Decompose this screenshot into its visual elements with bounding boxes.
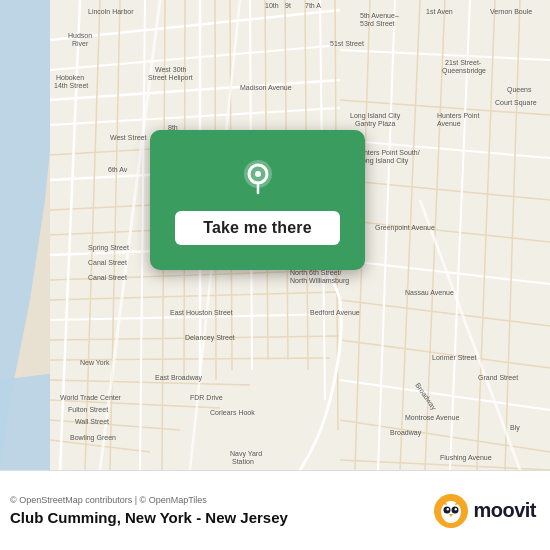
svg-text:Long Island City: Long Island City — [358, 157, 409, 165]
svg-text:Hudson: Hudson — [68, 32, 92, 39]
map-attribution: © OpenStreetMap contributors | © OpenMap… — [10, 495, 288, 505]
venue-name: Club Cumming, New York - New Jersey — [10, 509, 288, 526]
svg-text:Gantry Plaza: Gantry Plaza — [355, 120, 396, 128]
svg-text:North Williamsburg: North Williamsburg — [290, 277, 349, 285]
svg-text:Flushing Avenue: Flushing Avenue — [440, 454, 492, 462]
svg-text:Corlears Hook: Corlears Hook — [210, 409, 255, 416]
svg-text:Spring Street: Spring Street — [88, 244, 129, 252]
svg-text:Wall Street: Wall Street — [75, 418, 109, 425]
svg-text:Lincoln Harbor: Lincoln Harbor — [88, 8, 134, 15]
svg-text:5th Avenue–: 5th Avenue– — [360, 12, 399, 19]
svg-text:Hunters Point: Hunters Point — [437, 112, 479, 119]
svg-text:New York: New York — [80, 359, 110, 366]
navigation-card[interactable]: Take me there — [150, 130, 365, 270]
svg-text:9t: 9t — [285, 2, 291, 9]
svg-text:Bowling Green: Bowling Green — [70, 434, 116, 442]
svg-text:6th Av: 6th Av — [108, 166, 128, 173]
svg-text:Greenpoint Avenue: Greenpoint Avenue — [375, 224, 435, 232]
svg-text:Street Heliport: Street Heliport — [148, 74, 193, 82]
svg-text:21st Street-: 21st Street- — [445, 59, 482, 66]
moovit-text: moovit — [473, 499, 536, 522]
moovit-icon — [434, 494, 468, 528]
svg-text:Lorimer Street: Lorimer Street — [432, 354, 476, 361]
svg-text:Fulton Street: Fulton Street — [68, 406, 108, 413]
svg-text:Court Square: Court Square — [495, 99, 537, 107]
svg-point-122 — [455, 508, 457, 510]
svg-text:Hoboken: Hoboken — [56, 74, 84, 81]
svg-point-121 — [447, 508, 449, 510]
take-me-there-button[interactable]: Take me there — [175, 211, 340, 245]
svg-text:Broadway: Broadway — [390, 429, 422, 437]
map-container: 5th Avenue– 53rd Street 1st Aven Vernon … — [0, 0, 550, 470]
svg-text:Long Island City: Long Island City — [350, 112, 401, 120]
svg-text:1st Aven: 1st Aven — [426, 8, 453, 15]
svg-text:Nassau Avenue: Nassau Avenue — [405, 289, 454, 296]
svg-text:Canal Street: Canal Street — [88, 259, 127, 266]
svg-text:World Trade Center: World Trade Center — [60, 394, 122, 401]
svg-text:North 6th Street/: North 6th Street/ — [290, 269, 341, 276]
svg-text:West Street: West Street — [110, 134, 146, 141]
svg-text:FDR Drive: FDR Drive — [190, 394, 223, 401]
location-pin-icon — [236, 155, 280, 199]
svg-text:Grand Street: Grand Street — [478, 374, 518, 381]
svg-text:Station: Station — [232, 458, 254, 465]
svg-text:Avenue: Avenue — [437, 120, 461, 127]
bottom-info: © OpenStreetMap contributors | © OpenMap… — [10, 495, 288, 526]
svg-text:14th Street: 14th Street — [54, 82, 88, 89]
svg-text:Navy Yard: Navy Yard — [230, 450, 262, 458]
svg-text:Canal Street: Canal Street — [88, 274, 127, 281]
svg-text:Vernon Boule: Vernon Boule — [490, 8, 532, 15]
svg-text:53rd Street: 53rd Street — [360, 20, 395, 27]
svg-text:Bly: Bly — [510, 424, 520, 432]
svg-text:Bedford Avenue: Bedford Avenue — [310, 309, 360, 316]
svg-point-116 — [255, 171, 261, 177]
bottom-bar: © OpenStreetMap contributors | © OpenMap… — [0, 470, 550, 550]
svg-text:Queens: Queens — [507, 86, 532, 94]
svg-text:Queensbridge: Queensbridge — [442, 67, 486, 75]
svg-text:Delancey Street: Delancey Street — [185, 334, 235, 342]
svg-text:East Houston Street: East Houston Street — [170, 309, 233, 316]
svg-text:River: River — [72, 40, 89, 47]
svg-text:7th A: 7th A — [305, 2, 321, 9]
svg-text:West 30th: West 30th — [155, 66, 186, 73]
svg-text:Madison Avenue: Madison Avenue — [240, 84, 292, 91]
moovit-logo: moovit — [434, 494, 536, 528]
svg-text:East Broadway: East Broadway — [155, 374, 203, 382]
svg-text:10th: 10th — [265, 2, 279, 9]
svg-text:51st Street: 51st Street — [330, 40, 364, 47]
svg-text:Montrose Avenue: Montrose Avenue — [405, 414, 459, 421]
